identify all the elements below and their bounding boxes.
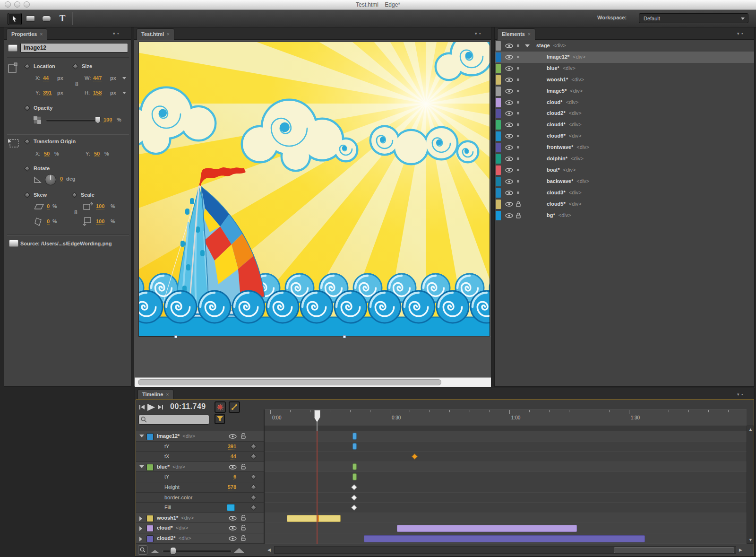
keyframe-diamond-button[interactable] — [250, 495, 257, 501]
expander-icon[interactable] — [139, 516, 142, 521]
rounded-rectangle-tool-button[interactable] — [40, 13, 53, 24]
element-name-field[interactable] — [20, 43, 128, 52]
auto-keyframe-button[interactable] — [215, 401, 226, 413]
playhead-time[interactable]: 00:11.749 — [170, 402, 206, 411]
eye-icon[interactable] — [229, 434, 237, 439]
expander-icon[interactable] — [139, 435, 144, 437]
keyframe-diamond[interactable] — [351, 495, 357, 501]
animation-bar[interactable] — [364, 535, 645, 542]
transform-origin-keyframe-diamond[interactable] — [24, 139, 30, 145]
timeline-hscrollbar[interactable] — [274, 546, 736, 554]
selection-handle[interactable] — [343, 335, 346, 338]
rotate-dial[interactable] — [45, 174, 56, 185]
unlock-icon[interactable] — [241, 515, 246, 521]
timeline-vscrollbar[interactable]: ▲ ▼ — [747, 426, 754, 544]
eye-icon[interactable] — [505, 168, 513, 173]
eye-icon[interactable] — [229, 516, 237, 521]
timeline-search-input[interactable] — [138, 415, 209, 425]
transition-span[interactable] — [352, 463, 357, 470]
h-value[interactable]: 158 — [93, 90, 102, 96]
eye-icon[interactable] — [505, 202, 513, 207]
text-tool-button[interactable]: T — [56, 13, 69, 24]
unlock-icon[interactable] — [241, 433, 246, 439]
keyframe-diamond-button[interactable] — [250, 474, 257, 480]
track-prop-tY[interactable]: tY391 — [136, 442, 264, 452]
element-name[interactable]: blue*<div> — [547, 65, 576, 71]
stage-canvas[interactable] — [138, 42, 490, 337]
rectangle-tool-button[interactable] — [24, 13, 37, 24]
w-value[interactable]: 447 — [93, 75, 102, 81]
eye-icon[interactable] — [505, 111, 513, 116]
skew-keyframe-diamond[interactable] — [24, 192, 30, 198]
lock-icon[interactable] — [515, 201, 521, 207]
track-prop-border-color[interactable]: border-color — [136, 493, 264, 503]
expander-icon[interactable] — [139, 526, 142, 531]
zoom-out-hill-icon[interactable] — [151, 549, 159, 553]
zoom-in-hill-icon[interactable] — [233, 547, 245, 553]
keyframe-diamond[interactable] — [412, 453, 418, 460]
element-row-stage[interactable]: stage<div> — [495, 40, 754, 52]
scale-keyframe-diamond[interactable] — [71, 192, 77, 198]
keyframe-diamond-button[interactable] — [250, 505, 257, 511]
scale-y-value[interactable]: 100 — [96, 218, 104, 225]
panel-menu-icon[interactable] — [737, 31, 748, 36]
panel-menu-icon[interactable] — [737, 392, 748, 397]
stage-hscrollbar-thumb[interactable] — [138, 379, 441, 385]
transition-span[interactable] — [352, 473, 357, 480]
element-name[interactable]: woosh1*<div> — [547, 77, 584, 82]
element-name[interactable]: stage<div> — [536, 43, 566, 48]
track-blue[interactable]: blue*<div> — [136, 462, 264, 472]
link-scale-icon[interactable]: 8 — [74, 209, 77, 216]
tab-test-html[interactable]: Test.html× — [137, 28, 174, 40]
panel-menu-icon[interactable] — [475, 31, 486, 36]
element-name[interactable]: cloud4*<div> — [547, 122, 582, 127]
track-cloud2[interactable]: cloud2*<div> — [136, 533, 264, 544]
rotate-value[interactable]: 0 — [60, 176, 63, 182]
element-row-cloud[interactable]: cloud*<div> — [495, 97, 754, 108]
element-row-backwave[interactable]: backwave*<div> — [495, 176, 754, 187]
keyframe-diamond-button[interactable] — [250, 484, 257, 490]
element-name[interactable]: cloud5*<div> — [547, 201, 582, 207]
eye-icon[interactable] — [505, 122, 513, 127]
element-name[interactable]: cloud*<div> — [547, 99, 579, 105]
link-wh-icon[interactable]: 8 — [75, 81, 78, 87]
lock-dot-icon[interactable] — [517, 169, 519, 171]
size-keyframe-diamond[interactable] — [72, 63, 78, 70]
h-unit-dropdown-icon[interactable] — [122, 92, 126, 94]
close-icon[interactable]: × — [40, 32, 43, 37]
eye-icon[interactable] — [229, 536, 237, 541]
skew-x-value[interactable]: 0 — [47, 203, 50, 209]
element-row-cloud5[interactable]: cloud5*<div> — [495, 199, 754, 210]
track-prop-Height[interactable]: Height578 — [136, 482, 264, 493]
element-row-boat[interactable]: boat*<div> — [495, 165, 754, 176]
property-value[interactable]: 391 — [207, 444, 236, 449]
eye-icon[interactable] — [505, 134, 513, 139]
eye-icon[interactable] — [505, 191, 513, 195]
element-name[interactable]: cloud2*<div> — [547, 110, 582, 116]
eye-icon[interactable] — [505, 213, 513, 218]
lock-dot-icon[interactable] — [517, 56, 519, 58]
element-row-frontwave[interactable]: frontwave*<div> — [495, 142, 754, 153]
lock-dot-icon[interactable] — [517, 123, 519, 126]
x-value[interactable]: 44 — [43, 75, 49, 81]
opacity-keyframe-diamond[interactable] — [24, 105, 30, 111]
element-name[interactable]: cloud3*<div> — [547, 190, 582, 195]
close-icon[interactable]: × — [528, 32, 531, 37]
eye-icon[interactable] — [505, 157, 513, 161]
element-name[interactable]: bg*<div> — [547, 212, 571, 218]
element-row-blue[interactable]: blue*<div> — [495, 63, 754, 74]
lock-dot-icon[interactable] — [517, 67, 519, 70]
element-name[interactable]: Image5*<div> — [547, 88, 583, 94]
expander-icon[interactable] — [525, 44, 530, 47]
opacity-value[interactable]: 100 — [103, 117, 112, 123]
expander-icon[interactable] — [139, 537, 142, 541]
property-value[interactable]: 44 — [207, 453, 236, 459]
scale-x-value[interactable]: 100 — [96, 203, 104, 209]
lock-icon[interactable] — [515, 212, 521, 218]
property-value[interactable]: 578 — [207, 484, 236, 490]
keyframe-diamond-button[interactable] — [250, 444, 257, 450]
to-x-value[interactable]: 50 — [44, 151, 50, 157]
keyframe-diamond-button[interactable] — [250, 453, 257, 460]
property-value[interactable]: 6 — [207, 474, 236, 479]
timeline-ruler[interactable]: 0:000:301:001:30 — [265, 409, 747, 426]
